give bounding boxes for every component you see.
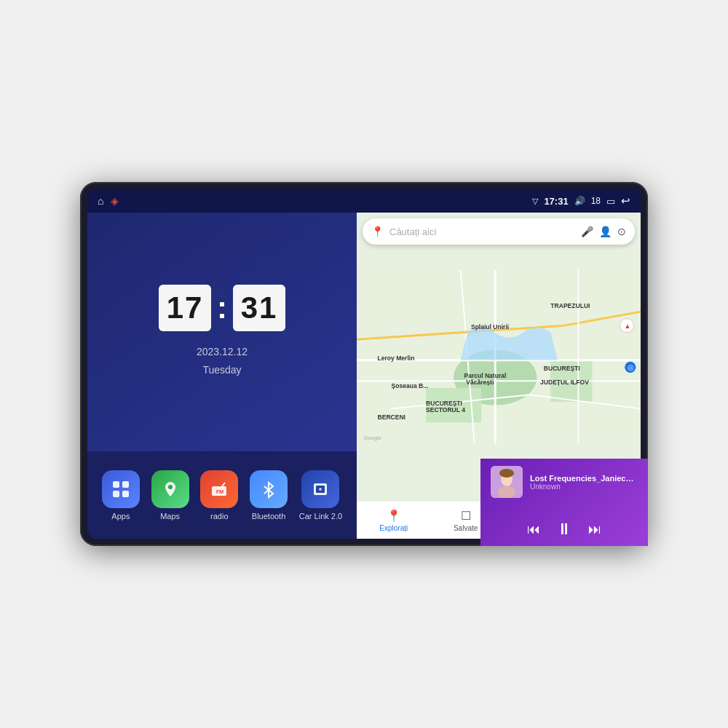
volume-icon: 🔊 <box>574 196 585 206</box>
svg-text:Văcărești: Văcărești <box>466 379 494 386</box>
apps-label: Apps <box>111 512 130 521</box>
music-controls: ⏮ ⏸ ⏭ <box>491 520 638 539</box>
carlink-icon <box>301 470 339 508</box>
clock-hours: 17 <box>159 285 211 331</box>
radio-icon: FM <box>200 470 238 508</box>
clock-display: 17 : 31 <box>159 285 285 331</box>
svg-text:Splaiul Unirii: Splaiul Unirii <box>471 323 509 331</box>
volume-level: 18 <box>591 196 601 206</box>
left-panel: 17 : 31 2023.12.12 Tuesday <box>87 213 357 539</box>
svg-text:FM: FM <box>216 489 223 494</box>
map-search-actions: 🎤 👤 ⊙ <box>581 226 626 237</box>
saved-icon: ☐ <box>461 509 471 523</box>
layers-icon[interactable]: ⊙ <box>617 226 626 237</box>
music-play-pause-button[interactable]: ⏸ <box>556 520 572 539</box>
maps-icon <box>151 470 189 508</box>
home-icon[interactable]: ⌂ <box>98 195 103 207</box>
main-content: 17 : 31 2023.12.12 Tuesday <box>87 213 641 539</box>
clock-minutes: 31 <box>233 285 285 331</box>
svg-text:JUDEȚUL ILFOV: JUDEȚUL ILFOV <box>540 379 589 386</box>
svg-text:BUCUREȘTI: BUCUREȘTI <box>544 365 580 372</box>
svg-rect-0 <box>113 481 119 488</box>
back-icon[interactable]: ↩ <box>621 194 630 207</box>
svg-text:◎: ◎ <box>628 363 634 371</box>
svg-text:Șoseaua B...: Șoseaua B... <box>392 382 429 389</box>
svg-text:Leroy Merlin: Leroy Merlin <box>378 355 415 362</box>
signal-icon: ▽ <box>532 197 538 206</box>
status-right-info: ▽ 17:31 🔊 18 ▭ ↩ <box>532 194 630 207</box>
svg-point-43 <box>499 469 514 478</box>
clock-widget: 17 : 31 2023.12.12 Tuesday <box>87 213 357 451</box>
app-icon-maps[interactable]: Maps <box>151 470 189 521</box>
bluetooth-icon <box>250 470 288 508</box>
music-player: Lost Frequencies_Janieck Devy-... Unknow… <box>480 459 641 539</box>
map-search-bar[interactable]: 📍 Căutați aici 🎤 👤 ⊙ <box>363 218 635 245</box>
app-bar: Apps Maps <box>87 451 357 539</box>
svg-rect-2 <box>113 491 119 497</box>
svg-text:BERCENI: BERCENI <box>378 414 405 421</box>
maps-status-icon[interactable]: ◈ <box>111 195 119 207</box>
car-unit-device: ⌂ ◈ ▽ 17:31 🔊 18 ▭ ↩ 17 : <box>80 182 648 546</box>
clock-colon: : <box>217 285 227 331</box>
clock-date: 2023.12.12 Tuesday <box>197 343 248 379</box>
music-prev-button[interactable]: ⏮ <box>527 522 540 537</box>
music-artist: Unknown <box>530 483 638 491</box>
music-album-art <box>491 466 523 498</box>
svg-rect-1 <box>122 481 129 488</box>
voice-search-icon[interactable]: 🎤 <box>581 226 593 237</box>
explore-icon: 📍 <box>387 509 401 523</box>
app-icon-radio[interactable]: FM radio <box>200 470 238 521</box>
app-icon-bluetooth[interactable]: Bluetooth <box>250 470 288 521</box>
apps-icon <box>102 470 140 508</box>
svg-point-10 <box>319 488 322 491</box>
radio-label: radio <box>210 512 228 521</box>
svg-point-42 <box>498 486 515 498</box>
app-icon-apps[interactable]: Apps <box>102 470 140 521</box>
svg-rect-3 <box>122 491 129 497</box>
svg-text:Parcul Natural: Parcul Natural <box>464 372 506 379</box>
svg-text:SECTORUL 4: SECTORUL 4 <box>426 406 465 414</box>
status-bar: ⌂ ◈ ▽ 17:31 🔊 18 ▭ ↩ <box>87 189 641 213</box>
music-title: Lost Frequencies_Janieck Devy-... <box>530 474 638 483</box>
music-next-button[interactable]: ⏭ <box>588 522 601 537</box>
music-text-info: Lost Frequencies_Janieck Devy-... Unknow… <box>530 474 638 491</box>
account-icon[interactable]: 👤 <box>599 226 612 237</box>
svg-text:BUCUREȘTI: BUCUREȘTI <box>426 400 462 407</box>
map-nav-saved[interactable]: ☐ Salvate <box>454 509 478 532</box>
map-search-placeholder[interactable]: Căutați aici <box>389 226 575 237</box>
svg-text:▲: ▲ <box>624 322 630 330</box>
battery-icon: ▭ <box>606 196 615 207</box>
music-info: Lost Frequencies_Janieck Devy-... Unknow… <box>491 466 638 498</box>
device-screen: ⌂ ◈ ▽ 17:31 🔊 18 ▭ ↩ 17 : <box>87 189 641 539</box>
status-time: 17:31 <box>544 196 568 207</box>
status-left-icons: ⌂ ◈ <box>98 195 119 207</box>
carlink-label: Car Link 2.0 <box>299 512 342 521</box>
svg-text:Google: Google <box>364 435 382 441</box>
map-pin-icon: 📍 <box>371 226 384 237</box>
bluetooth-label: Bluetooth <box>252 512 285 521</box>
svg-point-4 <box>168 485 173 489</box>
map-area[interactable]: TRAPEZULUI BUCUREȘTI JUDEȚUL ILFOV BERCE… <box>357 213 641 501</box>
app-icon-carlink[interactable]: Car Link 2.0 <box>299 470 342 521</box>
svg-text:TRAPEZULUI: TRAPEZULUI <box>550 302 590 309</box>
map-nav-explore[interactable]: 📍 Explorați <box>379 509 408 532</box>
svg-line-7 <box>222 483 225 486</box>
maps-label: Maps <box>160 512 180 521</box>
